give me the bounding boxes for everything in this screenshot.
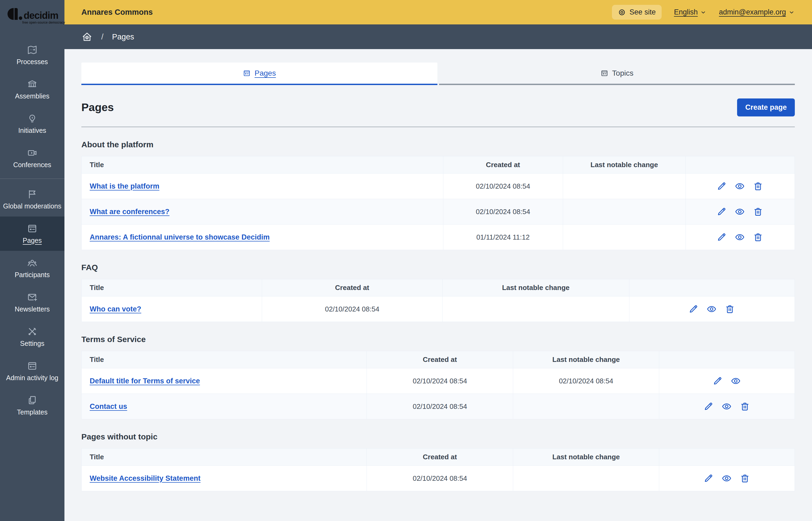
pencil-icon xyxy=(703,401,714,411)
edit-button[interactable] xyxy=(712,376,723,386)
created-at-cell: 01/11/2024 11:12 xyxy=(443,225,563,250)
decidim-logo-tagline: free open-source democracy xyxy=(22,21,64,24)
actions-column-header xyxy=(659,351,795,368)
row-actions xyxy=(686,232,794,243)
preview-button[interactable] xyxy=(731,376,741,386)
edit-button[interactable] xyxy=(717,181,727,191)
preview-button[interactable] xyxy=(735,181,745,191)
preview-button[interactable] xyxy=(706,304,717,314)
pages-icon xyxy=(600,69,608,77)
last-change-cell xyxy=(513,466,659,491)
sidebar-item-global-moderations[interactable]: Global moderations xyxy=(0,182,64,217)
trash-icon xyxy=(725,304,735,314)
eye-icon xyxy=(731,376,741,386)
lightbulb-icon xyxy=(27,113,38,124)
page-title-link[interactable]: What are conferences? xyxy=(90,208,169,216)
edit-button[interactable] xyxy=(717,232,727,243)
mail-plus-icon xyxy=(27,292,38,303)
delete-button[interactable] xyxy=(725,304,735,314)
tools-icon xyxy=(27,326,38,337)
page-head: Pages Create page xyxy=(81,98,795,116)
eye-icon xyxy=(706,304,717,314)
templates-icon xyxy=(27,395,38,406)
preview-button[interactable] xyxy=(722,401,732,412)
pencil-icon xyxy=(717,181,727,191)
pencil-icon xyxy=(703,473,714,483)
account-label: admin@example.org xyxy=(719,8,786,16)
delete-button[interactable] xyxy=(753,232,764,243)
section-heading: Terms of Service xyxy=(81,335,795,344)
delete-button[interactable] xyxy=(753,206,764,217)
eye-circle-icon xyxy=(618,8,626,16)
sidebar-item-settings[interactable]: Settings xyxy=(0,319,64,354)
row-actions xyxy=(686,181,794,191)
edit-button[interactable] xyxy=(717,206,727,217)
table-row: Default title for Terms of service 02/10… xyxy=(82,368,795,394)
site-title: Annares Commons xyxy=(81,8,153,17)
trash-icon xyxy=(753,181,764,191)
page-title-link[interactable]: Website Accessibility Statement xyxy=(90,474,200,482)
sidebar-item-admin-activity-log[interactable]: Admin activity log xyxy=(0,354,64,388)
sidebar-item-conferences[interactable]: Conferences xyxy=(0,141,64,175)
sidebar-item-newsletters[interactable]: Newsletters xyxy=(0,285,64,319)
pages-icon xyxy=(27,223,38,234)
sidebar-item-label: Admin activity log xyxy=(6,374,59,382)
tab-pages[interactable]: Pages xyxy=(81,63,437,85)
sidebar-item-templates[interactable]: Templates xyxy=(0,388,64,423)
sidebar-item-assemblies[interactable]: Assemblies xyxy=(0,72,64,107)
edit-button[interactable] xyxy=(703,401,714,412)
activity-log-icon xyxy=(27,361,38,371)
page-title-link[interactable]: What is the platform xyxy=(90,182,159,190)
preview-button[interactable] xyxy=(735,232,745,243)
sidebar-item-initiatives[interactable]: Initiatives xyxy=(0,107,64,141)
tab-topics[interactable]: Topics xyxy=(439,63,795,85)
delete-button[interactable] xyxy=(740,473,750,484)
created-at-cell: 02/10/2024 08:54 xyxy=(367,368,513,394)
column-header: Title xyxy=(82,351,367,368)
actions-column-header xyxy=(629,279,794,296)
section-heading: FAQ xyxy=(81,263,795,272)
decidim-logo[interactable]: decidim free open-source democracy xyxy=(0,0,64,24)
table-header-row: TitleCreated atLast notable change xyxy=(82,351,795,368)
breadcrumb-separator: / xyxy=(101,32,103,41)
sidebar-item-label: Processes xyxy=(17,58,48,66)
home-gear-icon[interactable] xyxy=(81,31,93,42)
created-at-cell: 02/10/2024 08:54 xyxy=(443,174,563,199)
pencil-icon xyxy=(688,304,699,314)
edit-button[interactable] xyxy=(688,304,699,314)
breadcrumb-current[interactable]: Pages xyxy=(112,32,134,41)
table-row: Annares: A fictionnal universe to showca… xyxy=(82,225,795,250)
page-title-link[interactable]: Who can vote? xyxy=(90,305,141,313)
table-header-row: TitleCreated atLast notable change xyxy=(82,279,795,296)
sidebar-item-processes[interactable]: Processes xyxy=(0,38,64,72)
row-actions xyxy=(660,401,794,412)
page-title-link[interactable]: Default title for Terms of service xyxy=(90,377,200,385)
tab-label: Topics xyxy=(612,69,634,77)
language-menu[interactable]: English xyxy=(674,8,707,16)
see-site-button[interactable]: See site xyxy=(612,5,662,20)
language-label: English xyxy=(674,8,698,16)
breadcrumb: / Pages xyxy=(64,24,812,49)
page-title-link[interactable]: Annares: A fictionnal universe to showca… xyxy=(90,233,270,241)
preview-button[interactable] xyxy=(735,206,745,217)
eye-icon xyxy=(722,473,732,483)
create-page-button[interactable]: Create page xyxy=(737,98,795,116)
sidebar-divider xyxy=(0,178,64,179)
preview-button[interactable] xyxy=(722,473,732,484)
delete-button[interactable] xyxy=(740,401,750,412)
table-row: Who can vote? 02/10/2024 08:54 xyxy=(82,296,795,322)
table-row: What are conferences? 02/10/2024 08:54 xyxy=(82,199,795,225)
delete-button[interactable] xyxy=(753,181,764,191)
table-header-row: TitleCreated atLast notable change xyxy=(82,156,795,174)
sidebar-item-label: Global moderations xyxy=(3,202,62,210)
page-title-link[interactable]: Contact us xyxy=(90,402,127,410)
last-change-cell: 02/10/2024 08:54 xyxy=(513,368,659,394)
edit-button[interactable] xyxy=(703,473,714,484)
account-menu[interactable]: admin@example.org xyxy=(719,8,795,16)
sidebar-item-participants[interactable]: Participants xyxy=(0,251,64,285)
sidebar-item-pages[interactable]: Pages xyxy=(0,217,64,251)
column-header: Created at xyxy=(367,351,513,368)
tab-bar: Pages Topics xyxy=(81,63,795,85)
page-section: FAQ TitleCreated atLast notable change W… xyxy=(81,263,795,322)
pages-icon xyxy=(243,69,251,77)
